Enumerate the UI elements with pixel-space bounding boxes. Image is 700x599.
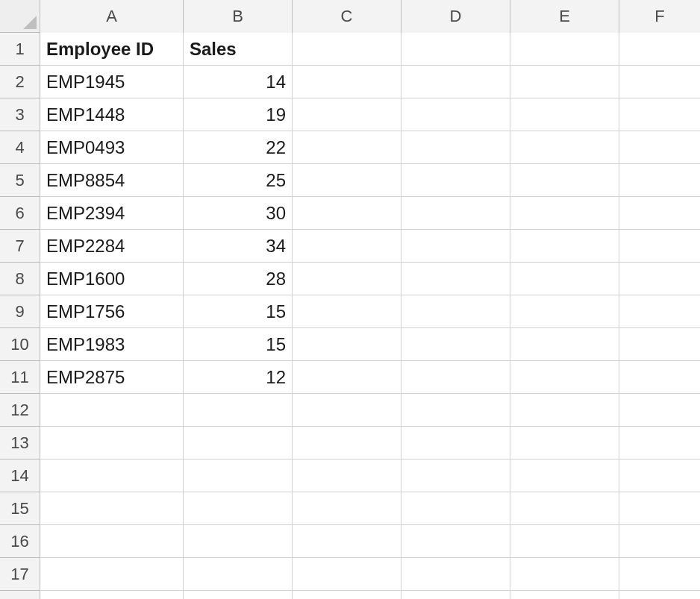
cell-A13[interactable]	[40, 427, 184, 460]
cell-E17[interactable]	[510, 558, 619, 591]
cell-D6[interactable]	[401, 197, 510, 230]
cell-A18[interactable]	[40, 591, 184, 599]
column-header-B[interactable]: B	[184, 0, 293, 33]
cell-D14[interactable]	[401, 460, 510, 492]
cell-E12[interactable]	[510, 394, 619, 427]
cell-C11[interactable]	[293, 361, 401, 394]
cell-B1[interactable]: Sales	[184, 33, 293, 66]
cell-A14[interactable]	[40, 460, 184, 492]
cell-A9[interactable]: EMP1756	[40, 295, 184, 328]
cell-F10[interactable]	[619, 328, 700, 361]
cell-C13[interactable]	[293, 427, 401, 460]
cell-D9[interactable]	[401, 295, 510, 328]
row-header-6[interactable]: 6	[0, 197, 40, 230]
cell-E7[interactable]	[510, 230, 619, 263]
cell-C2[interactable]	[293, 66, 401, 98]
row-header-14[interactable]: 14	[0, 460, 40, 492]
cell-B10[interactable]: 15	[184, 328, 293, 361]
cell-C1[interactable]	[293, 33, 401, 66]
cell-B3[interactable]: 19	[184, 98, 293, 131]
cell-F17[interactable]	[619, 558, 700, 591]
cell-A5[interactable]: EMP8854	[40, 164, 184, 197]
cell-D4[interactable]	[401, 131, 510, 164]
cell-D8[interactable]	[401, 263, 510, 295]
row-header-9[interactable]: 9	[0, 295, 40, 328]
row-header-10[interactable]: 10	[0, 328, 40, 361]
cell-B15[interactable]	[184, 492, 293, 525]
row-header-4[interactable]: 4	[0, 131, 40, 164]
cell-C8[interactable]	[293, 263, 401, 295]
row-header-16[interactable]: 16	[0, 525, 40, 558]
cell-B17[interactable]	[184, 558, 293, 591]
column-header-A[interactable]: A	[40, 0, 184, 33]
row-header-18[interactable]	[0, 591, 40, 599]
row-header-17[interactable]: 17	[0, 558, 40, 591]
cell-C18[interactable]	[293, 591, 401, 599]
cell-F7[interactable]	[619, 230, 700, 263]
cell-E3[interactable]	[510, 98, 619, 131]
cell-E13[interactable]	[510, 427, 619, 460]
cell-C5[interactable]	[293, 164, 401, 197]
cell-D15[interactable]	[401, 492, 510, 525]
cell-B13[interactable]	[184, 427, 293, 460]
cell-D16[interactable]	[401, 525, 510, 558]
cell-B4[interactable]: 22	[184, 131, 293, 164]
cell-A10[interactable]: EMP1983	[40, 328, 184, 361]
cell-C16[interactable]	[293, 525, 401, 558]
row-header-11[interactable]: 11	[0, 361, 40, 394]
cell-C17[interactable]	[293, 558, 401, 591]
cell-B14[interactable]	[184, 460, 293, 492]
cell-F14[interactable]	[619, 460, 700, 492]
cell-B11[interactable]: 12	[184, 361, 293, 394]
cell-C6[interactable]	[293, 197, 401, 230]
row-header-15[interactable]: 15	[0, 492, 40, 525]
cell-B12[interactable]	[184, 394, 293, 427]
cell-B8[interactable]: 28	[184, 263, 293, 295]
cell-D5[interactable]	[401, 164, 510, 197]
cell-C7[interactable]	[293, 230, 401, 263]
cell-A3[interactable]: EMP1448	[40, 98, 184, 131]
cell-F5[interactable]	[619, 164, 700, 197]
row-header-3[interactable]: 3	[0, 98, 40, 131]
row-header-5[interactable]: 5	[0, 164, 40, 197]
cell-D12[interactable]	[401, 394, 510, 427]
cell-E1[interactable]	[510, 33, 619, 66]
cell-E14[interactable]	[510, 460, 619, 492]
cell-A8[interactable]: EMP1600	[40, 263, 184, 295]
cell-C4[interactable]	[293, 131, 401, 164]
cell-F3[interactable]	[619, 98, 700, 131]
column-header-C[interactable]: C	[293, 0, 401, 33]
cell-E15[interactable]	[510, 492, 619, 525]
cell-C10[interactable]	[293, 328, 401, 361]
row-header-13[interactable]: 13	[0, 427, 40, 460]
cell-F18[interactable]	[619, 591, 700, 599]
cell-A12[interactable]	[40, 394, 184, 427]
cell-C14[interactable]	[293, 460, 401, 492]
cell-E6[interactable]	[510, 197, 619, 230]
cell-B18[interactable]	[184, 591, 293, 599]
column-header-E[interactable]: E	[510, 0, 619, 33]
row-header-1[interactable]: 1	[0, 33, 40, 66]
cell-E18[interactable]	[510, 591, 619, 599]
select-all-corner[interactable]	[0, 0, 40, 33]
cell-A2[interactable]: EMP1945	[40, 66, 184, 98]
cell-F15[interactable]	[619, 492, 700, 525]
cell-B2[interactable]: 14	[184, 66, 293, 98]
cell-A17[interactable]	[40, 558, 184, 591]
cell-F16[interactable]	[619, 525, 700, 558]
cell-A15[interactable]	[40, 492, 184, 525]
cell-A1[interactable]: Employee ID	[40, 33, 184, 66]
cell-B16[interactable]	[184, 525, 293, 558]
cell-F9[interactable]	[619, 295, 700, 328]
cell-D7[interactable]	[401, 230, 510, 263]
cell-D1[interactable]	[401, 33, 510, 66]
row-header-2[interactable]: 2	[0, 66, 40, 98]
column-header-F[interactable]: F	[619, 0, 700, 33]
cell-D11[interactable]	[401, 361, 510, 394]
row-header-7[interactable]: 7	[0, 230, 40, 263]
cell-F12[interactable]	[619, 394, 700, 427]
cell-A16[interactable]	[40, 525, 184, 558]
cell-F13[interactable]	[619, 427, 700, 460]
cell-D2[interactable]	[401, 66, 510, 98]
cell-C9[interactable]	[293, 295, 401, 328]
